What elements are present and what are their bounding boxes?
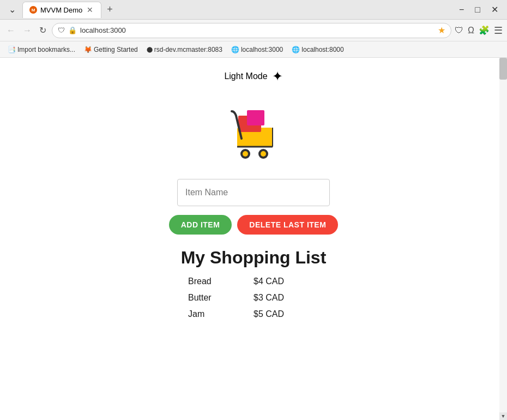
theme-toggle: Light Mode ✦: [224, 69, 282, 84]
bookmark-localhost-3000[interactable]: 🌐 localhost:3000: [228, 45, 286, 55]
theme-label: Light Mode: [224, 71, 267, 81]
close-btn[interactable]: ✕: [487, 3, 503, 16]
bookmark-rsd-label: rsd-dev.mcmaster:8083: [154, 46, 222, 53]
page-content: Light Mode ✦: [0, 58, 507, 420]
tab-close-btn[interactable]: ✕: [86, 6, 94, 14]
bookmark-localhost-8000[interactable]: 🌐 localhost:8000: [288, 45, 347, 55]
refresh-btn[interactable]: ↻: [37, 24, 49, 37]
item-name-input[interactable]: [177, 179, 330, 206]
shield-toolbar-icon[interactable]: 🛡: [455, 26, 463, 35]
address-bar: ← → ↻ 🛡 🔒 localhost:3000 ★ 🛡 Ω 🧩 ☰: [0, 20, 507, 41]
tab-title: MVVM Demo: [40, 6, 82, 14]
shopping-list: Bread $4 CAD Butter $3 CAD Jam $5 CAD: [177, 277, 330, 326]
item-name-bread: Bread: [188, 277, 232, 286]
bookmark-rsd-icon: ⬤: [147, 46, 153, 52]
list-item: Bread $4 CAD: [188, 277, 330, 286]
bookmark-import[interactable]: 📑 Import bookmarks...: [4, 45, 79, 55]
toolbar-icons: 🛡 Ω 🧩 ☰: [455, 25, 503, 37]
item-price-bread: $4 CAD: [254, 277, 284, 286]
bookmark-localhost3000-label: localhost:3000: [241, 46, 283, 53]
bookmark-rsd-dev[interactable]: ⬤ rsd-dev.mcmaster:8083: [143, 45, 226, 55]
bookmark-globe-icon-2: 🌐: [292, 46, 300, 53]
bookmark-import-label: Import bookmarks...: [17, 46, 75, 53]
bookmark-import-icon: 📑: [8, 46, 16, 53]
minimize-btn[interactable]: −: [455, 4, 468, 16]
window-dropdown-btn[interactable]: ⌄: [4, 3, 20, 16]
bookmark-localhost8000-label: localhost:8000: [301, 46, 343, 53]
delete-last-item-button[interactable]: DELETE LAST ITEM: [237, 215, 338, 235]
shopping-cart-icon: [221, 100, 286, 163]
scrollbar-down-arrow[interactable]: ▼: [499, 412, 507, 420]
svg-point-7: [261, 151, 266, 157]
address-text: localhost:3000: [80, 26, 434, 34]
item-price-butter: $3 CAD: [254, 293, 284, 303]
active-tab[interactable]: M MVVM Demo ✕: [22, 2, 101, 18]
address-input-wrap[interactable]: 🛡 🔒 localhost:3000 ★: [52, 23, 451, 38]
buttons-row: ADD ITEM DELETE LAST ITEM: [169, 215, 339, 235]
window-controls: − □ ✕: [455, 3, 503, 16]
bookmark-getting-started-label: Getting Started: [94, 46, 138, 53]
lock-icon: 🔒: [68, 26, 77, 34]
new-tab-btn[interactable]: +: [104, 4, 116, 15]
title-bar: ⌄ M MVVM Demo ✕ + − □ ✕: [0, 0, 507, 20]
scrollbar-thumb[interactable]: [499, 58, 507, 80]
forward-btn[interactable]: →: [21, 25, 34, 37]
tab-favicon: M: [29, 6, 37, 14]
back-btn[interactable]: ←: [4, 25, 17, 37]
add-item-button[interactable]: ADD ITEM: [169, 215, 232, 235]
item-name-butter: Butter: [188, 293, 232, 303]
browser-frame: ⌄ M MVVM Demo ✕ + − □ ✕ ← → ↻ 🛡 🔒 localh…: [0, 0, 507, 420]
item-name-jam: Jam: [188, 309, 232, 319]
list-item: Butter $3 CAD: [188, 293, 330, 303]
shopping-list-title: My Shopping List: [181, 248, 327, 268]
scrollbar[interactable]: ▲ ▼: [499, 58, 507, 420]
bookmark-getting-started[interactable]: 🦊 Getting Started: [81, 45, 141, 55]
list-item: Jam $5 CAD: [188, 309, 330, 319]
maximize-btn[interactable]: □: [470, 4, 485, 16]
svg-point-5: [243, 151, 248, 157]
shield-icon: 🛡: [58, 26, 65, 34]
svg-rect-2: [247, 110, 264, 125]
hamburger-menu-icon[interactable]: ☰: [494, 25, 503, 37]
omega-icon[interactable]: Ω: [468, 26, 474, 35]
item-price-jam: $5 CAD: [254, 309, 284, 319]
theme-icon[interactable]: ✦: [272, 69, 283, 84]
extensions-icon[interactable]: 🧩: [479, 25, 490, 35]
bookmark-star-icon[interactable]: ★: [438, 25, 445, 35]
bookmark-firefox-icon: 🦊: [84, 46, 92, 53]
bookmarks-bar: 📑 Import bookmarks... 🦊 Getting Started …: [0, 41, 507, 58]
bookmark-globe-icon-1: 🌐: [231, 46, 239, 53]
